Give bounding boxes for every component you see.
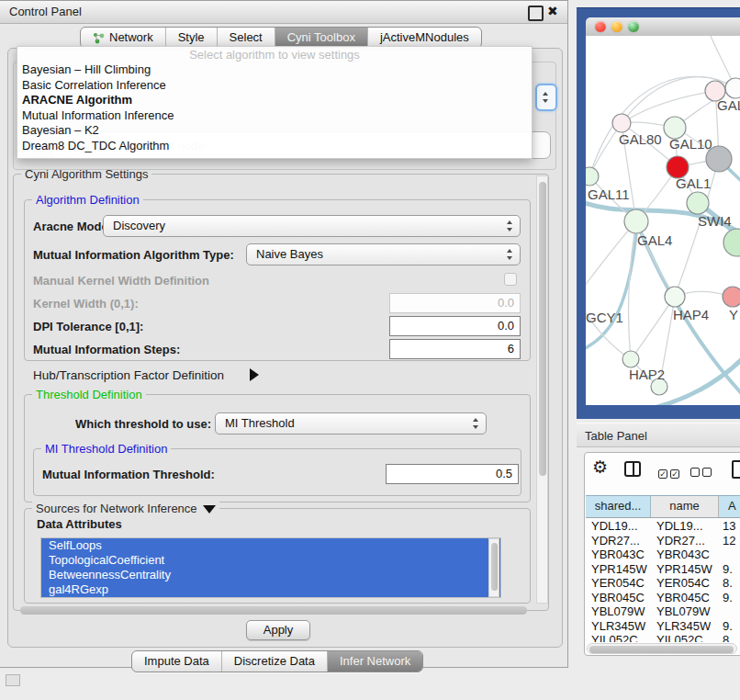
table-row[interactable]: YDL19...YDL19...13 [586,519,740,534]
table-row[interactable]: YPR145WYPR145W9. [586,562,740,577]
network-node-hap2[interactable] [622,351,639,367]
settings-vscrollbar[interactable] [536,175,548,604]
tab-jactivemnodules[interactable]: jActiveMNodules [367,28,481,48]
algorithm-popup-prompt: Select algorithm to view settings [17,47,532,62]
table-header-row: shared... name A [586,495,740,518]
mi-threshold-field[interactable]: 0.5 [386,464,519,484]
spinner-arrows-icon [507,249,513,260]
deselect-all-icon[interactable] [690,464,712,480]
network-window-titlebar[interactable] [586,17,740,37]
tab-select[interactable]: Select [217,28,275,48]
mi-steps-label: Mutual Information Steps: [33,343,180,356]
data-attribute-item[interactable]: BetweennessCentrality [41,568,500,582]
mi-algorithm-type-value: Naive Bayes [256,247,323,261]
close-panel-icon[interactable]: ✖ [547,4,558,18]
control-panel-title: Control Panel [9,5,82,18]
spinner-arrows-icon [543,92,549,103]
data-attribute-item[interactable]: gal4RGexp [41,582,500,597]
table-cell: 9. [723,591,733,604]
table-rows: YDL19...YDL19...13YDR27...YDR27...12YBR0… [586,517,740,642]
manual-kernel-width-checkbox[interactable] [504,273,517,286]
table-cell: 8. [723,576,733,590]
table-hscrollbar-thumb[interactable] [589,646,734,653]
table-panel-header[interactable]: Table Panel [577,423,740,447]
mi-algorithm-type-combobox[interactable]: Naive Bayes [246,243,521,265]
algorithm-popup-item[interactable]: ARACNE Algorithm [17,93,532,108]
network-node-y[interactable] [723,287,740,307]
table-cell: 13 [723,519,735,533]
focused-spinner-fragment[interactable] [535,84,557,111]
tab-style[interactable]: Style [165,28,217,48]
which-threshold-combobox[interactable]: MI Threshold [215,412,487,435]
minimize-window-icon[interactable] [611,21,622,32]
network-node-gal1[interactable] [687,192,709,214]
columns-icon[interactable] [624,461,641,477]
which-threshold-value: MI Threshold [225,416,295,430]
network-node-swi4[interactable] [723,229,740,256]
table-row[interactable]: YBR043CYBR043C [586,548,740,562]
network-node[interactable] [725,78,740,98]
attributes-scrollbar-thumb[interactable] [491,543,498,591]
select-all-icon[interactable]: ✓✓ [658,464,679,480]
gear-icon[interactable]: ⚙ [592,458,608,477]
data-attribute-item[interactable]: SelfLoops [41,538,500,553]
aracne-mode-combobox[interactable]: Discovery [103,215,521,237]
collapse-arrow-icon[interactable] [203,505,216,514]
table-row[interactable]: YDR27...YDR27...12 [586,534,740,548]
table-row[interactable]: YIL052CYIL052C8. [586,633,740,642]
network-node-gal4[interactable] [624,209,648,233]
table-cell: YBR045C [656,591,710,604]
data-attribute-item[interactable]: TopologicalCoefficient [41,553,500,568]
algorithm-popup-item[interactable]: Basic Correlation Inference [17,78,532,94]
algorithm-popup-item[interactable]: Bayesian – Hill Climbing [17,62,532,78]
tab-discretize-data[interactable]: Discretize Data [221,651,327,672]
settings-vscrollbar-thumb[interactable] [539,182,546,476]
table-row[interactable]: YBL079WYBL079W [586,604,740,619]
table-cell: YDL19... [656,519,703,533]
network-node-gal80[interactable] [612,114,631,132]
algorithm-dropdown-popup: Select algorithm to view settings Bayesi… [17,46,533,159]
export-table-icon[interactable] [732,460,740,479]
mi-steps-field[interactable]: 6 [389,339,521,359]
dpi-tolerance-label: DPI Tolerance [0,1]: [33,320,143,333]
network-node-label: Y [729,307,738,322]
table-row[interactable]: YLR345WYLR345W9. [586,619,740,634]
table-hscrollbar[interactable] [587,643,737,654]
expand-arrow-icon[interactable] [250,368,259,381]
settings-hscrollbar-thumb[interactable] [20,606,527,615]
tab-impute-data[interactable]: Impute Data [132,651,221,672]
panel-grip-icon[interactable] [6,674,20,686]
control-panel-window: Control Panel ✖ Network Style Select Cyn… [0,0,568,668]
column-header-name[interactable]: name [651,496,719,517]
bottom-tabbar: Impute Data Discretize Data Infer Networ… [131,650,423,672]
dpi-tolerance-field[interactable]: 0.0 [389,316,521,336]
table-cell: YER054C [591,576,645,590]
column-header-next[interactable]: A [719,496,740,517]
table-cell: 9. [723,619,733,633]
aracne-mode-label: Aracne Mode: [33,220,112,233]
float-panel-icon[interactable] [528,6,544,21]
algorithm-popup-item[interactable]: Mutual Information Inference [17,108,532,124]
zoom-window-icon[interactable] [628,21,639,32]
close-window-icon[interactable] [595,21,606,32]
network-node-hap4[interactable] [665,287,685,307]
kernel-width-field[interactable]: 0.0 [389,293,521,313]
attributes-scrollbar[interactable] [488,538,499,597]
network-node-label: HAP4 [673,307,709,322]
settings-hscrollbar[interactable] [18,605,533,616]
table-row[interactable]: YER054CYER054C8. [586,576,740,591]
network-canvas[interactable]: GALGAL80GAL10GAL1GAL11GAL4SWI4GCY1HAP4YH… [586,36,740,405]
network-node-gal11[interactable] [586,167,599,186]
tab-cyni-toolbox[interactable]: Cyni Toolbox [275,28,367,48]
apply-button[interactable]: Apply [246,620,310,640]
control-panel-titlebar[interactable]: Control Panel ✖ [0,1,567,24]
tab-infer-network[interactable]: Infer Network [327,651,422,672]
tab-network-label: Network [109,28,153,48]
algorithm-popup-item[interactable]: Bayesian – K2 [17,123,532,139]
table-row[interactable]: YBR045CYBR045C9. [586,591,740,605]
manual-kernel-width-label: Manual Kernel Width Definition [33,274,209,288]
tab-network[interactable]: Network [81,28,165,48]
algorithm-popup-item[interactable]: Dream8 DC_TDC Algorithm [17,139,532,154]
network-node-label: GAL4 [637,232,672,248]
column-header-shared-name[interactable]: shared... [586,496,651,517]
